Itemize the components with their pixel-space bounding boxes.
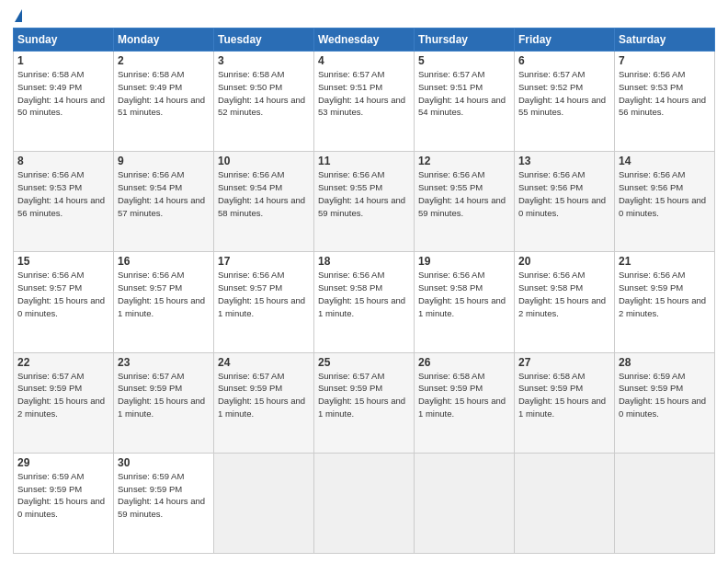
calendar-day-cell: 20 Sunrise: 6:56 AMSunset: 9:58 PMDaylig…: [515, 252, 615, 352]
calendar-week-row: 8 Sunrise: 6:56 AMSunset: 9:53 PMDayligh…: [14, 152, 715, 252]
day-info: Sunrise: 6:56 AMSunset: 9:54 PMDaylight:…: [218, 169, 305, 217]
day-number: 15: [17, 255, 109, 268]
day-info: Sunrise: 6:57 AMSunset: 9:51 PMDaylight:…: [418, 69, 506, 117]
calendar-day-cell: 19 Sunrise: 6:56 AMSunset: 9:58 PMDaylig…: [415, 252, 515, 352]
calendar-day-header: Tuesday: [214, 29, 314, 52]
calendar-week-row: 1 Sunrise: 6:58 AMSunset: 9:49 PMDayligh…: [14, 52, 715, 152]
calendar-day-header: Wednesday: [314, 29, 415, 52]
day-number: 16: [118, 255, 210, 268]
day-info: Sunrise: 6:58 AMSunset: 9:49 PMDaylight:…: [17, 69, 105, 117]
logo-triangle-icon: [15, 9, 22, 22]
day-info: Sunrise: 6:56 AMSunset: 9:58 PMDaylight:…: [518, 270, 606, 317]
calendar-empty-cell: [515, 453, 615, 553]
day-number: 14: [619, 155, 711, 167]
day-info: Sunrise: 6:56 AMSunset: 9:55 PMDaylight:…: [418, 169, 506, 217]
calendar-day-cell: 9 Sunrise: 6:56 AMSunset: 9:54 PMDayligh…: [114, 152, 214, 252]
calendar-day-cell: 14 Sunrise: 6:56 AMSunset: 9:56 PMDaylig…: [615, 152, 715, 252]
day-number: 2: [118, 54, 210, 67]
day-number: 4: [318, 54, 410, 67]
calendar-day-cell: 1 Sunrise: 6:58 AMSunset: 9:49 PMDayligh…: [14, 52, 114, 152]
calendar-day-cell: 27 Sunrise: 6:58 AMSunset: 9:59 PMDaylig…: [515, 352, 615, 453]
day-info: Sunrise: 6:58 AMSunset: 9:59 PMDaylight:…: [518, 371, 606, 419]
day-info: Sunrise: 6:59 AMSunset: 9:59 PMDaylight:…: [619, 371, 706, 419]
calendar-day-cell: 25 Sunrise: 6:57 AMSunset: 9:59 PMDaylig…: [314, 352, 415, 453]
calendar-day-cell: 13 Sunrise: 6:56 AMSunset: 9:56 PMDaylig…: [515, 152, 615, 252]
calendar-day-cell: 21 Sunrise: 6:56 AMSunset: 9:59 PMDaylig…: [615, 252, 715, 352]
day-number: 30: [118, 456, 210, 469]
calendar-day-cell: 29 Sunrise: 6:59 AMSunset: 9:59 PMDaylig…: [14, 453, 114, 553]
day-info: Sunrise: 6:56 AMSunset: 9:56 PMDaylight:…: [619, 169, 706, 217]
calendar-day-cell: 4 Sunrise: 6:57 AMSunset: 9:51 PMDayligh…: [314, 52, 415, 152]
day-number: 17: [218, 255, 310, 268]
day-info: Sunrise: 6:56 AMSunset: 9:58 PMDaylight:…: [418, 270, 506, 317]
day-number: 26: [418, 356, 510, 369]
calendar-week-row: 29 Sunrise: 6:59 AMSunset: 9:59 PMDaylig…: [14, 453, 715, 553]
calendar-week-row: 22 Sunrise: 6:57 AMSunset: 9:59 PMDaylig…: [14, 352, 715, 453]
page: SundayMondayTuesdayWednesdayThursdayFrid…: [0, 0, 728, 563]
calendar-header-row: SundayMondayTuesdayWednesdayThursdayFrid…: [14, 29, 715, 52]
calendar-day-header: Friday: [515, 29, 615, 52]
day-info: Sunrise: 6:56 AMSunset: 9:54 PMDaylight:…: [118, 169, 205, 217]
day-number: 6: [518, 54, 610, 67]
day-number: 13: [518, 155, 610, 167]
calendar-day-cell: 23 Sunrise: 6:57 AMSunset: 9:59 PMDaylig…: [114, 352, 214, 453]
day-number: 23: [118, 356, 210, 369]
calendar-empty-cell: [415, 453, 515, 553]
day-info: Sunrise: 6:56 AMSunset: 9:57 PMDaylight:…: [118, 270, 205, 317]
day-number: 21: [619, 255, 711, 268]
day-info: Sunrise: 6:58 AMSunset: 9:59 PMDaylight:…: [418, 371, 506, 419]
calendar-day-cell: 22 Sunrise: 6:57 AMSunset: 9:59 PMDaylig…: [14, 352, 114, 453]
day-info: Sunrise: 6:56 AMSunset: 9:59 PMDaylight:…: [619, 270, 706, 317]
calendar-day-cell: 18 Sunrise: 6:56 AMSunset: 9:58 PMDaylig…: [314, 252, 415, 352]
calendar-day-cell: 6 Sunrise: 6:57 AMSunset: 9:52 PMDayligh…: [515, 52, 615, 152]
day-info: Sunrise: 6:57 AMSunset: 9:51 PMDaylight:…: [318, 69, 405, 117]
day-number: 8: [17, 155, 109, 167]
day-number: 10: [218, 155, 310, 167]
day-info: Sunrise: 6:57 AMSunset: 9:59 PMDaylight:…: [318, 371, 405, 419]
logo: [13, 9, 22, 22]
day-number: 25: [318, 356, 410, 369]
calendar-empty-cell: [615, 453, 715, 553]
day-info: Sunrise: 6:57 AMSunset: 9:59 PMDaylight:…: [118, 371, 205, 419]
day-number: 3: [218, 54, 310, 67]
day-info: Sunrise: 6:59 AMSunset: 9:59 PMDaylight:…: [17, 471, 105, 519]
day-info: Sunrise: 6:56 AMSunset: 9:53 PMDaylight:…: [619, 69, 706, 117]
calendar-day-cell: 16 Sunrise: 6:56 AMSunset: 9:57 PMDaylig…: [114, 252, 214, 352]
day-number: 11: [318, 155, 410, 167]
calendar-day-cell: 5 Sunrise: 6:57 AMSunset: 9:51 PMDayligh…: [415, 52, 515, 152]
day-number: 24: [218, 356, 310, 369]
calendar-day-cell: 7 Sunrise: 6:56 AMSunset: 9:53 PMDayligh…: [615, 52, 715, 152]
calendar-day-cell: 26 Sunrise: 6:58 AMSunset: 9:59 PMDaylig…: [415, 352, 515, 453]
calendar-day-header: Monday: [114, 29, 214, 52]
day-number: 22: [17, 356, 109, 369]
day-number: 19: [418, 255, 510, 268]
calendar-empty-cell: [314, 453, 415, 553]
day-info: Sunrise: 6:57 AMSunset: 9:59 PMDaylight:…: [218, 371, 305, 419]
calendar-table: SundayMondayTuesdayWednesdayThursdayFrid…: [13, 28, 715, 554]
day-number: 29: [17, 456, 109, 469]
day-info: Sunrise: 6:56 AMSunset: 9:55 PMDaylight:…: [318, 169, 405, 217]
calendar-day-cell: 28 Sunrise: 6:59 AMSunset: 9:59 PMDaylig…: [615, 352, 715, 453]
day-number: 27: [518, 356, 610, 369]
day-info: Sunrise: 6:56 AMSunset: 9:56 PMDaylight:…: [518, 169, 606, 217]
header: [13, 9, 715, 22]
day-number: 9: [118, 155, 210, 167]
day-info: Sunrise: 6:56 AMSunset: 9:57 PMDaylight:…: [218, 270, 305, 317]
calendar-day-cell: 17 Sunrise: 6:56 AMSunset: 9:57 PMDaylig…: [214, 252, 314, 352]
day-info: Sunrise: 6:58 AMSunset: 9:49 PMDaylight:…: [118, 69, 205, 117]
calendar-day-header: Sunday: [14, 29, 114, 52]
calendar-day-cell: 24 Sunrise: 6:57 AMSunset: 9:59 PMDaylig…: [214, 352, 314, 453]
calendar-day-cell: 8 Sunrise: 6:56 AMSunset: 9:53 PMDayligh…: [14, 152, 114, 252]
calendar-day-cell: 12 Sunrise: 6:56 AMSunset: 9:55 PMDaylig…: [415, 152, 515, 252]
calendar-day-cell: 3 Sunrise: 6:58 AMSunset: 9:50 PMDayligh…: [214, 52, 314, 152]
calendar-day-cell: 10 Sunrise: 6:56 AMSunset: 9:54 PMDaylig…: [214, 152, 314, 252]
calendar-day-cell: 2 Sunrise: 6:58 AMSunset: 9:49 PMDayligh…: [114, 52, 214, 152]
day-number: 28: [619, 356, 711, 369]
day-number: 20: [518, 255, 610, 268]
calendar-empty-cell: [214, 453, 314, 553]
day-info: Sunrise: 6:56 AMSunset: 9:53 PMDaylight:…: [17, 169, 105, 217]
day-info: Sunrise: 6:57 AMSunset: 9:59 PMDaylight:…: [17, 371, 105, 419]
calendar-day-cell: 15 Sunrise: 6:56 AMSunset: 9:57 PMDaylig…: [14, 252, 114, 352]
calendar-day-header: Thursday: [415, 29, 515, 52]
day-number: 5: [418, 54, 510, 67]
